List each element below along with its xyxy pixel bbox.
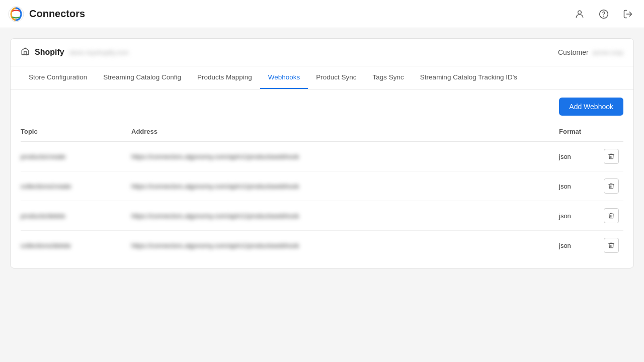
app-logo-icon — [8, 6, 24, 22]
webhooks-content: Add Webhook Topic Address Format product… — [11, 89, 633, 268]
tab-products-mapping[interactable]: Products Mapping — [189, 66, 260, 89]
svg-point-3 — [604, 16, 604, 16]
action-cell — [599, 142, 623, 171]
topic-cell: products/create — [21, 142, 131, 171]
address-cell: https://connectors.algonomy.com/api/v1/p… — [131, 201, 559, 231]
tabs-nav: Store Configuration Streaming Catalog Co… — [11, 66, 633, 89]
table-row: products/delete https://connectors.algon… — [21, 201, 623, 231]
table-row: products/create https://connectors.algon… — [21, 142, 623, 171]
topic-cell: products/delete — [21, 201, 131, 231]
main-content: Shopify store.myshopify.com Customer acm… — [0, 28, 644, 279]
tab-product-sync[interactable]: Product Sync — [308, 66, 364, 89]
customer-value: acme-corp — [593, 49, 623, 56]
address-cell: https://connectors.algonomy.com/api/v1/p… — [131, 142, 559, 171]
webhooks-toolbar: Add Webhook — [21, 98, 623, 116]
table-header-row: Topic Address Format — [21, 124, 623, 142]
table-row: collections/delete https://connectors.al… — [21, 231, 623, 260]
shopify-label: Shopify — [35, 48, 64, 57]
delete-webhook-button[interactable] — [604, 149, 619, 164]
action-cell — [599, 201, 623, 231]
connector-card: Shopify store.myshopify.com Customer acm… — [10, 38, 634, 268]
svg-point-1 — [578, 11, 582, 14]
header-right — [572, 6, 636, 22]
topic-cell: collections/delete — [21, 231, 131, 260]
store-url: store.myshopify.com — [69, 49, 129, 56]
action-cell — [599, 231, 623, 260]
column-address: Address — [131, 124, 559, 142]
format-cell: json — [559, 201, 599, 231]
column-topic: Topic — [21, 124, 131, 142]
address-cell: https://connectors.algonomy.com/api/v1/p… — [131, 231, 559, 260]
customer-label: Customer — [558, 48, 589, 56]
app-title: Connectors — [29, 8, 85, 20]
delete-webhook-button[interactable] — [604, 178, 619, 194]
card-header-right: Customer acme-corp — [558, 48, 623, 56]
tab-store-configuration[interactable]: Store Configuration — [21, 66, 95, 89]
card-header-left: Shopify store.myshopify.com — [21, 47, 129, 58]
header: Connectors — [0, 0, 644, 28]
format-cell: json — [559, 171, 599, 201]
delete-webhook-button[interactable] — [604, 208, 619, 223]
header-left: Connectors — [8, 6, 85, 22]
webhooks-table: Topic Address Format products/create htt… — [21, 124, 623, 260]
tab-streaming-catalog-tracking[interactable]: Streaming Catalog Tracking ID's — [412, 66, 525, 89]
help-icon-button[interactable] — [596, 6, 612, 22]
home-icon — [21, 47, 30, 58]
logout-icon-button[interactable] — [620, 6, 636, 22]
card-header: Shopify store.myshopify.com Customer acm… — [11, 39, 633, 66]
tab-tags-sync[interactable]: Tags Sync — [365, 66, 412, 89]
format-cell: json — [559, 142, 599, 171]
topic-cell: collections/create — [21, 171, 131, 201]
format-cell: json — [559, 231, 599, 260]
user-icon-button[interactable] — [572, 6, 588, 22]
delete-webhook-button[interactable] — [604, 238, 619, 253]
tab-webhooks[interactable]: Webhooks — [260, 66, 308, 89]
table-row: collections/create https://connectors.al… — [21, 171, 623, 201]
column-format: Format — [559, 124, 599, 142]
action-cell — [599, 171, 623, 201]
tab-streaming-catalog-config[interactable]: Streaming Catalog Config — [95, 66, 189, 89]
address-cell: https://connectors.algonomy.com/api/v1/p… — [131, 171, 559, 201]
add-webhook-button[interactable]: Add Webhook — [559, 98, 623, 116]
